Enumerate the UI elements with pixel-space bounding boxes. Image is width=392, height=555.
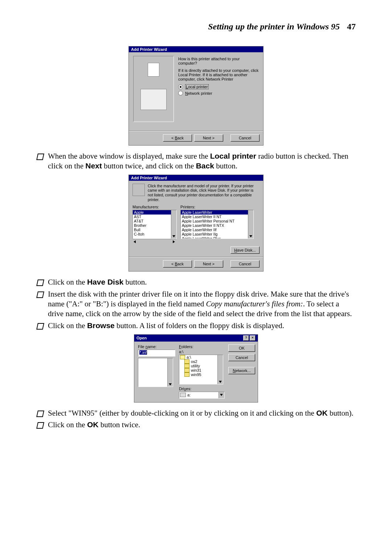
printer-icon — [132, 184, 145, 196]
folder-item[interactable]: win31 — [179, 368, 223, 372]
list-item[interactable]: AST — [133, 215, 176, 219]
drives-label: Drives: — [179, 387, 225, 391]
floppy-icon — [180, 393, 186, 397]
help-icon[interactable]: ? — [243, 335, 249, 341]
printers-label: Printers: — [180, 205, 254, 209]
header-title: Setting up the printer in Windows 95 — [208, 22, 340, 31]
folder-item[interactable]: os2 — [179, 359, 223, 364]
filename-listbox[interactable] — [138, 358, 173, 387]
scrollbar[interactable] — [132, 239, 176, 244]
step-item: Click on the Have Disk button. — [36, 277, 356, 287]
printers-listbox[interactable]: Apple LaserWriter Apple LaserWriter II N… — [180, 210, 254, 239]
close-icon[interactable]: × — [250, 335, 256, 341]
dialog-title: Add Printer Wizard — [131, 176, 167, 180]
folder-item[interactable]: a:\ — [179, 355, 223, 359]
back-button[interactable]: < Back — [163, 134, 192, 142]
step-item: Click on the OK button twice. — [36, 420, 356, 430]
folder-item[interactable]: utility — [179, 364, 223, 368]
radio-icon — [178, 85, 183, 89]
wizard2-desc: Click the manufacturer and model of your… — [148, 184, 260, 202]
cancel-button[interactable]: Cancel — [230, 134, 260, 142]
bullet-icon — [36, 279, 44, 285]
drive-value: a: — [187, 393, 191, 397]
step-item: Click on the Browse button. A list of fo… — [36, 321, 356, 331]
list-item[interactable]: AT&T — [133, 219, 176, 223]
step-text: Insert the disk with the printer driver … — [48, 289, 356, 319]
open-dialog: Open ? × File name: *.inf Folders: a:\ a… — [134, 334, 258, 403]
radio-label: Local printer — [185, 84, 209, 89]
titlebar[interactable]: Add Printer Wizard — [129, 46, 263, 52]
list-item[interactable]: Apple LaserWriter II NT — [181, 215, 253, 219]
drives-dropdown[interactable]: a: — [179, 392, 225, 399]
add-printer-wizard-2: Add Printer Wizard Click the manufacture… — [128, 175, 264, 272]
cancel-button[interactable]: Cancel — [228, 354, 255, 361]
list-item[interactable]: Apple LaserWriter IIg — [181, 232, 253, 236]
have-disk-button[interactable]: Have Disk... — [230, 246, 260, 254]
wizard-graphic — [133, 56, 174, 122]
folders-label: Folders: — [179, 344, 225, 349]
add-printer-wizard-1: Add Printer Wizard How is this printer a… — [128, 46, 264, 146]
folder-icon — [184, 372, 189, 377]
step-item: Insert the disk with the printer driver … — [36, 289, 356, 319]
dialog-title: Open — [136, 336, 147, 340]
scrollbar[interactable] — [248, 210, 253, 238]
titlebar[interactable]: Add Printer Wizard — [129, 175, 263, 181]
step-text: Select "WIN95" (either by double-clickin… — [48, 408, 356, 418]
cancel-button[interactable]: Cancel — [230, 260, 260, 268]
list-item[interactable]: Apple LaserWriter Plus — [181, 236, 253, 239]
list-item[interactable]: C-Itoh — [133, 232, 176, 236]
bullet-icon — [36, 410, 44, 416]
chevron-down-icon[interactable] — [219, 392, 224, 398]
manufacturers-label: Manufacturers: — [132, 205, 177, 209]
step-text: Click on the Browse button. A list of fo… — [48, 321, 356, 331]
bullet-icon — [36, 291, 44, 297]
list-item[interactable]: Apple LaserWriter — [181, 210, 253, 215]
scrollbar[interactable] — [171, 210, 176, 238]
list-item[interactable]: Apple LaserWriter Personal NT — [181, 219, 253, 223]
bullet-icon — [36, 153, 44, 159]
bullet-icon — [36, 322, 44, 329]
radio-label: Network printer — [185, 91, 212, 95]
dialog-title: Add Printer Wizard — [131, 47, 167, 52]
open-folder-icon — [180, 355, 185, 359]
step-item: When the above window is displayed, make… — [36, 151, 356, 171]
folder-icon — [184, 368, 189, 372]
titlebar[interactable]: Open ? × — [134, 335, 258, 342]
folders-listbox[interactable]: a:\ os2 utility win31 win95 — [179, 355, 223, 384]
folder-icon — [184, 359, 189, 364]
scrollbar[interactable] — [167, 358, 173, 387]
network-button[interactable]: Network... — [228, 367, 255, 374]
filename-field[interactable]: *.inf — [138, 350, 175, 356]
step-text: When the above window is displayed, make… — [48, 151, 356, 171]
step-item: Select "WIN95" (either by double-clickin… — [36, 408, 356, 418]
folder-item[interactable]: win95 — [179, 372, 223, 377]
folder-icon — [184, 364, 189, 368]
radio-network-printer[interactable]: Network printer — [178, 91, 259, 95]
bullet-icon — [36, 421, 44, 428]
step-text: Click on the OK button twice. — [48, 420, 356, 430]
current-path: a:\ — [179, 350, 225, 354]
list-item[interactable]: Apple — [133, 210, 176, 215]
step-text: Click on the Have Disk button. — [48, 277, 356, 287]
manufacturers-listbox[interactable]: Apple AST AT&T Brother Bull C-Itoh — [132, 210, 177, 239]
wizard1-desc: If it is directly attached to your compu… — [178, 68, 259, 81]
list-item[interactable]: Apple LaserWriter IIf — [181, 228, 253, 232]
radio-local-printer[interactable]: Local printer — [178, 84, 259, 89]
list-item[interactable]: Apple LaserWriter II NTX — [181, 223, 253, 228]
radio-icon — [178, 91, 183, 95]
page-number: 47 — [347, 22, 356, 31]
filename-label: File name: — [138, 344, 175, 349]
scrollbar[interactable] — [217, 355, 223, 384]
wizard1-question: How is this printer attached to your com… — [178, 57, 259, 65]
list-item[interactable]: Bull — [133, 228, 176, 232]
ok-button[interactable]: OK — [228, 344, 255, 352]
page-header: Setting up the printer in Windows 95 47 — [36, 22, 356, 32]
list-item[interactable]: Brother — [133, 223, 176, 228]
next-button[interactable]: Next > — [194, 260, 223, 268]
back-button[interactable]: < Back — [163, 260, 192, 268]
next-button[interactable]: Next > — [194, 134, 223, 142]
